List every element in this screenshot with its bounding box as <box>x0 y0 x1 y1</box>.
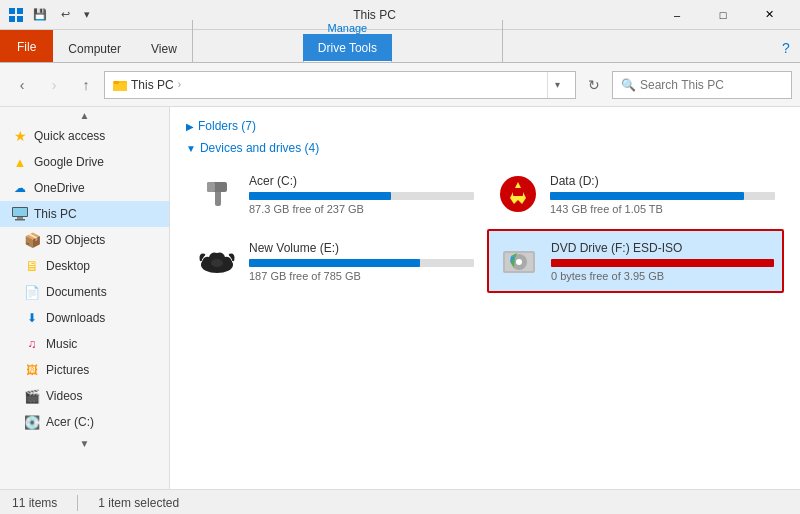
folder-3d-icon: 📦 <box>24 232 40 248</box>
svg-rect-8 <box>13 208 27 216</box>
sidebar-item-onedrive[interactable]: ☁ OneDrive <box>0 175 169 201</box>
address-box[interactable]: This PC › ▾ <box>104 71 576 99</box>
sidebar-item-videos[interactable]: 🎬 Videos <box>0 383 169 409</box>
sidebar-item-documents[interactable]: 📄 Documents <box>0 279 169 305</box>
folders-section-header[interactable]: ▶ Folders (7) <box>170 115 800 137</box>
help-button[interactable]: ? <box>772 34 800 62</box>
sidebar-label-3d-objects: 3D Objects <box>46 233 105 247</box>
folders-label: Folders (7) <box>198 119 256 133</box>
svg-rect-9 <box>17 217 23 219</box>
drives-grid: Acer (C:) 87.3 GB free of 237 GB <box>170 159 800 297</box>
svg-rect-10 <box>15 219 25 221</box>
drive-volume-bar-fill <box>249 259 420 267</box>
devices-chevron: ▼ <box>186 143 196 154</box>
maximize-button[interactable]: □ <box>700 0 746 30</box>
drive-volume-name: New Volume (E:) <box>249 241 474 255</box>
main-layout: ▲ ★ Quick access ▲ Google Drive ☁ OneDri… <box>0 107 800 489</box>
manage-label: Manage <box>327 20 367 34</box>
drive-dvd-free: 0 bytes free of 3.95 GB <box>551 270 774 282</box>
tab-drive-tools[interactable]: Drive Tools <box>303 34 392 62</box>
drive-volume-info: New Volume (E:) 187 GB free of 785 GB <box>249 241 474 282</box>
window-controls: – □ ✕ <box>654 0 792 30</box>
hammer-icon <box>197 174 237 214</box>
sidebar-label-quick-access: Quick access <box>34 129 105 143</box>
sidebar-label-documents: Documents <box>46 285 107 299</box>
sidebar-item-this-pc[interactable]: This PC <box>0 201 169 227</box>
sidebar-label-google-drive: Google Drive <box>34 155 104 169</box>
refresh-button[interactable]: ↻ <box>580 71 608 99</box>
drive-acer-c[interactable]: Acer (C:) 87.3 GB free of 237 GB <box>186 163 483 225</box>
ribbon: File Computer View Manage Drive Tools ? <box>0 30 800 63</box>
drive-volume-bar-bg <box>249 259 474 267</box>
gdrive-icon: ▲ <box>12 154 28 170</box>
svg-rect-1 <box>17 8 23 14</box>
window-icon <box>8 7 24 23</box>
drive-acer-name: Acer (C:) <box>249 174 474 188</box>
svg-rect-0 <box>9 8 15 14</box>
drive-acer-bar-fill <box>249 192 391 200</box>
svg-point-18 <box>211 259 223 267</box>
folder-docs-icon: 📄 <box>24 284 40 300</box>
drive-dvd-bar-bg <box>551 259 774 267</box>
close-button[interactable]: ✕ <box>746 0 792 30</box>
item-count: 11 items <box>12 496 57 510</box>
videos-icon: 🎬 <box>24 388 40 404</box>
sidebar-item-desktop[interactable]: 🖥 Desktop <box>0 253 169 279</box>
address-path: This PC <box>131 78 174 92</box>
sidebar: ▲ ★ Quick access ▲ Google Drive ☁ OneDri… <box>0 107 170 489</box>
sidebar-item-music[interactable]: ♫ Music <box>0 331 169 357</box>
svg-rect-16 <box>513 188 523 196</box>
minimize-button[interactable]: – <box>654 0 700 30</box>
forward-button[interactable]: › <box>40 71 68 99</box>
drive-data-d[interactable]: Data (D:) 143 GB free of 1.05 TB <box>487 163 784 225</box>
drive-data-free: 143 GB free of 1.05 TB <box>550 203 775 215</box>
sidebar-label-videos: Videos <box>46 389 82 403</box>
sidebar-item-pictures[interactable]: 🖼 Pictures <box>0 357 169 383</box>
download-icon: ⬇ <box>24 310 40 326</box>
folder-icon <box>113 78 127 92</box>
sidebar-scroll-down[interactable]: ▼ <box>0 435 169 451</box>
sidebar-item-google-drive[interactable]: ▲ Google Drive <box>0 149 169 175</box>
title-bar-left: 💾 ↩ ▾ <box>8 6 95 23</box>
address-bar: ‹ › ↑ This PC › ▾ ↻ 🔍 <box>0 63 800 107</box>
drive-dvd-f[interactable]: DVD Drive (F:) ESD-ISO 0 bytes free of 3… <box>487 229 784 293</box>
content-area: ▶ Folders (7) ▼ Devices and drives (4) A… <box>170 107 800 489</box>
quick-access-toolbar-save[interactable]: 💾 <box>28 6 52 23</box>
address-dropdown-btn[interactable]: ▾ <box>547 72 567 98</box>
tab-file[interactable]: File <box>0 30 53 62</box>
sidebar-item-acer-c[interactable]: 💽 Acer (C:) <box>0 409 169 435</box>
drive-dvd-icon-area <box>497 239 541 283</box>
drive-acer-free: 87.3 GB free of 237 GB <box>249 203 474 215</box>
sidebar-label-downloads: Downloads <box>46 311 105 325</box>
sidebar-label-acer-c: Acer (C:) <box>46 415 94 429</box>
sidebar-scroll-up[interactable]: ▲ <box>0 107 169 123</box>
quick-access-toolbar-undo[interactable]: ↩ <box>56 6 75 23</box>
devices-label: Devices and drives (4) <box>200 141 319 155</box>
svg-rect-2 <box>9 16 15 22</box>
svg-rect-6 <box>114 81 119 84</box>
selection-info: 1 item selected <box>98 496 179 510</box>
drive-acer-info: Acer (C:) 87.3 GB free of 237 GB <box>249 174 474 215</box>
search-box[interactable]: 🔍 <box>612 71 792 99</box>
search-input[interactable] <box>640 78 790 92</box>
svg-point-22 <box>516 259 522 265</box>
quick-access-toolbar-down[interactable]: ▾ <box>79 6 95 23</box>
drive-acer-icon-area <box>195 172 239 216</box>
sidebar-item-downloads[interactable]: ⬇ Downloads <box>0 305 169 331</box>
up-button[interactable]: ↑ <box>72 71 100 99</box>
drive-data-info: Data (D:) 143 GB free of 1.05 TB <box>550 174 775 215</box>
tab-view[interactable]: View <box>136 34 192 62</box>
tab-computer[interactable]: Computer <box>53 34 136 62</box>
drive-data-icon-area <box>496 172 540 216</box>
devices-section-header[interactable]: ▼ Devices and drives (4) <box>170 137 800 159</box>
sidebar-item-3d-objects[interactable]: 📦 3D Objects <box>0 227 169 253</box>
drive-dvd-info: DVD Drive (F:) ESD-ISO 0 bytes free of 3… <box>551 241 774 282</box>
drive-new-volume-e[interactable]: New Volume (E:) 187 GB free of 785 GB <box>186 229 483 293</box>
status-separator <box>77 495 78 511</box>
drive-acer-icon: 💽 <box>24 414 40 430</box>
folders-chevron: ▶ <box>186 121 194 132</box>
batman-icon <box>197 241 237 281</box>
sidebar-item-quick-access[interactable]: ★ Quick access <box>0 123 169 149</box>
drive-data-bar-bg <box>550 192 775 200</box>
back-button[interactable]: ‹ <box>8 71 36 99</box>
